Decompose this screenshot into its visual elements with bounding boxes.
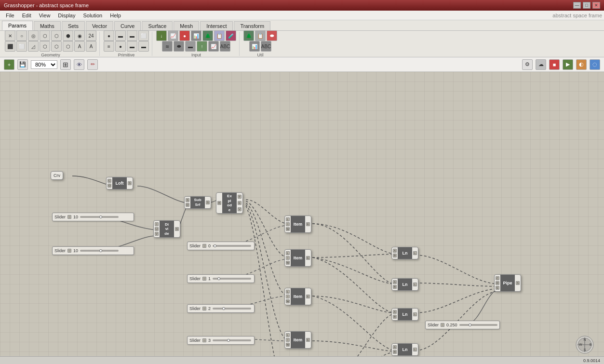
util-icon-5[interactable]: ABC [261,41,271,52]
port-a3[interactable]: A [393,310,397,314]
util-icon-2[interactable]: 📋 [255,30,266,41]
tb-icon-4[interactable]: ⬡ [40,30,50,41]
port-w1[interactable]: W [286,227,290,231]
item2-node[interactable]: L I W Item E [284,249,311,267]
preview-btn[interactable]: 👁 [74,59,84,70]
slider4-node[interactable]: Slider ○ 1 [187,274,255,283]
port-i2[interactable]: I [286,256,290,260]
primitive-icon-8[interactable]: ▬ [138,41,149,52]
primitive-icon-4[interactable]: ⬜ [138,30,149,41]
crv-node[interactable]: Crv [51,171,63,180]
item4-node[interactable]: L I W Item E [284,331,311,349]
port-c-pipe[interactable]: C [496,276,499,280]
slider3-node[interactable]: Slider ○ 0 [187,242,255,250]
tab-maths[interactable]: Maths [34,21,61,30]
port-s-in[interactable]: S [186,198,189,202]
tb-icon-2[interactable]: ○ [16,30,27,41]
tb-icon-11[interactable]: ◿ [28,41,39,52]
port-b1[interactable]: B [393,254,397,257]
port-b4[interactable]: B [393,350,397,354]
input-icon-11[interactable]: ↑ [197,41,207,52]
menu-file[interactable]: File [2,12,18,19]
settings-btn[interactable]: ⚙ [522,59,533,70]
port-c[interactable]: C [107,179,111,183]
port-e-pipe[interactable]: E [496,286,499,290]
wireframe-btn[interactable]: ◌ [590,59,600,70]
port-s-out[interactable]: S [128,181,132,185]
primitive-icon-5[interactable]: ≡ [104,41,114,52]
port-s-pipe[interactable]: S [516,281,520,285]
input-icon-8[interactable]: ≋ [162,41,173,52]
slider2-thumb[interactable] [99,249,102,252]
tb-icon-5[interactable]: ⬡ [51,30,62,41]
maximize-button[interactable]: □ [583,2,591,9]
tb-icon-6[interactable]: ⬢ [63,30,73,41]
tb-icon-8[interactable]: 24 [86,30,96,41]
port-o[interactable]: O [107,184,111,188]
port-i-in[interactable]: I [155,222,159,226]
port-l2[interactable]: L [286,251,290,255]
tb-icon-1[interactable]: ✕ [5,30,15,41]
save-btn[interactable]: 💾 [17,59,28,70]
slider1-thumb[interactable] [99,216,102,218]
slider5-track[interactable] [213,308,251,310]
shading-btn[interactable]: ◐ [576,59,587,70]
primitive-icon-2[interactable]: ▬ [115,30,126,41]
slider5-port[interactable]: ○ [202,307,206,310]
primitive-icon-1[interactable]: ● [104,30,114,41]
slider7-node[interactable]: Slider ○ 0.250 [425,321,500,329]
port-l3[interactable]: L [286,290,290,294]
util-icon-1[interactable]: 🌲 [243,30,254,41]
util-icon-4[interactable]: 📊 [249,41,260,52]
slider3-port[interactable]: ○ [202,244,206,248]
primitive-icon-6[interactable]: ● [115,41,126,52]
slider3-thumb[interactable] [214,244,216,247]
tb-icon-10[interactable]: ⬜ [16,41,27,52]
menu-view[interactable]: View [35,12,54,19]
slider3-track[interactable] [213,245,251,247]
tb-icon-3[interactable]: ◎ [28,30,39,41]
slider1-port[interactable]: ○ [67,215,71,219]
menu-edit[interactable]: Edit [18,12,35,19]
port-l1-out[interactable]: L [413,251,417,255]
ln4-node[interactable]: A B Ln L [391,343,418,356]
slider7-track[interactable] [459,324,497,326]
slider4-port[interactable]: ○ [202,277,206,281]
menu-display[interactable]: Display [54,12,79,19]
input-icon-3[interactable]: ● [179,30,190,41]
item1-node[interactable]: L I W Item E [284,216,311,233]
port-l4-out[interactable]: L [413,348,417,351]
tab-params[interactable]: Params [2,21,33,30]
bake-btn[interactable]: ☁ [536,59,546,70]
port-l4[interactable]: L [286,333,290,337]
divide-node[interactable]: I U V Divide S [153,220,180,238]
port-b2[interactable]: B [393,285,397,289]
fit-btn[interactable]: ⊞ [60,59,71,70]
port-w4[interactable]: W [286,343,290,347]
slider7-thumb[interactable] [469,324,471,326]
slider2-port[interactable]: ○ [67,249,71,253]
tb-icon-13[interactable]: ⬡ [51,41,62,52]
port-l3-out[interactable]: L [413,312,417,316]
input-icon-2[interactable]: 📈 [168,30,178,41]
tb-icon-9[interactable]: ⬛ [5,41,15,52]
port-i4[interactable]: I [286,338,290,342]
pipe-node[interactable]: C R E Pipe S [494,274,521,292]
subsrf-node[interactable]: S D SubSrf S [184,196,211,209]
port-i3[interactable]: I [286,295,290,298]
port-e-out[interactable]: E [238,201,242,205]
slider6-track[interactable] [213,339,251,341]
port-a2[interactable]: A [393,280,397,284]
stop-btn[interactable]: ■ [549,59,560,70]
slider6-node[interactable]: Slider ○ 3 [187,336,255,345]
slider2-node[interactable]: Slider ○ 10 [52,246,134,255]
primitive-icon-7[interactable]: ▬ [127,41,137,52]
port-l1[interactable]: L [286,217,290,221]
tb-icon-7[interactable]: ◉ [74,30,85,41]
port-e4[interactable]: E [306,338,310,342]
tab-mesh[interactable]: Mesh [174,21,199,30]
ln3-node[interactable]: A B Ln L [391,308,418,321]
input-icon-13[interactable]: ABC [220,41,230,52]
tb-icon-16[interactable]: A [86,41,96,52]
port-u-in[interactable]: U [155,227,159,231]
